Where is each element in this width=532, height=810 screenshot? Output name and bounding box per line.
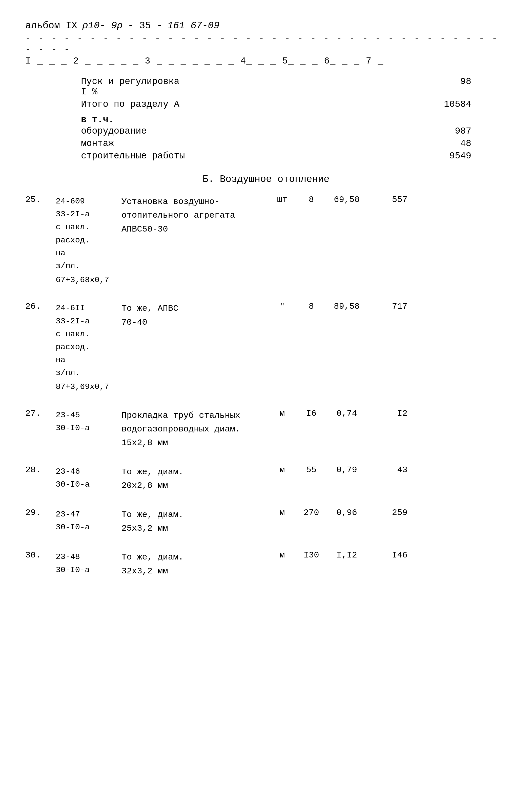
entry-total: 259 [367,508,407,517]
entry-qty: 8 [296,195,326,205]
entries-container: 25.24-60933-2I-ас накл.расход.наз/пл.67+… [25,195,507,578]
pusk-value: 98 [461,77,471,97]
entry-unit: шт [268,195,296,205]
entry-unit: м [268,550,296,560]
entry-price: 0,79 [326,465,367,475]
section-b-title: Б. Воздушное отопление [25,174,507,185]
header-prefix: альбом IX [25,20,77,31]
entry-qty: 55 [296,465,326,475]
oborud-value: 987 [455,126,471,136]
entry-unit: м [268,508,296,517]
entry-desc: Установка воздушно-отопительного агрегат… [122,195,268,236]
entry-code: 24-6II33-2I-ас накл.расход.наз/пл.87+3,6… [56,302,122,393]
entry-code: 23-4530-I0-а [56,409,122,435]
entry-total: 557 [367,195,407,205]
entry-code: 23-4730-I0-а [56,508,122,534]
entry-row-3: 28.23-4630-I0-аТо же, диам.20x2,8 ммм550… [25,465,507,493]
pusk-label: Пуск и регулировка I % [81,77,179,97]
entry-code: 24-60933-2I-ас накл.расход.наз/пл.67+3,6… [56,195,122,287]
entry-code: 23-4630-I0-а [56,465,122,491]
oborud-label: оборудование [81,126,147,136]
entry-price: 0,96 [326,508,367,517]
entry-num: 30. [25,550,56,560]
entry-unit: м [268,465,296,475]
header: альбом IX ρ10- 9ρ - 35 - 161 67-09 [25,20,507,31]
entry-price: I,I2 [326,550,367,560]
montaj-label: монтаж [81,139,114,149]
entry-num: 29. [25,508,56,517]
column-headers: I _ _ _ 2 _ _ _ _ _ 3 _ _ _ _ _ _ _ 4_ _… [25,56,507,66]
entry-total: I46 [367,550,407,560]
entry-num: 28. [25,465,56,475]
entry-row-2: 27.23-4530-I0-аПрокладка труб стальных в… [25,409,507,450]
entry-unit: м [268,409,296,418]
entry-total: 43 [367,465,407,475]
entry-desc: То же, диам.25x3,2 мм [122,508,268,535]
entry-total: I2 [367,409,407,418]
entry-desc: То же, диам.32x3,2 мм [122,550,268,578]
dashed-line: - - - - - - - - - - - - - - - - - - - - … [25,34,507,54]
entry-row-4: 29.23-4730-I0-аТо же, диам.25x3,2 ммм270… [25,508,507,535]
montaj-value: 48 [461,139,471,149]
stroitel-label: строительные работы [81,151,185,161]
entry-row-5: 30.23-4830-I0-аТо же, диам.32x3,2 мммI30… [25,550,507,578]
vtch-label: в т.ч. [81,115,507,125]
entry-qty: I30 [296,550,326,560]
header-code1: ρ10- 9ρ [82,20,123,31]
entry-price: 0,74 [326,409,367,418]
header-code2: 161 67-09 [167,20,220,31]
entry-qty: I6 [296,409,326,418]
entry-desc: То же, АПВС70-40 [122,302,268,329]
entry-unit: " [268,302,296,311]
itogo-value: 10584 [444,99,471,110]
entry-desc: То же, диам.20x2,8 мм [122,465,268,493]
entry-num: 26. [25,302,56,311]
entry-row-1: 26.24-6II33-2I-ас накл.расход.наз/пл.87+… [25,302,507,393]
stroitel-value: 9549 [450,151,471,161]
entry-price: 89,58 [326,302,367,311]
entry-qty: 8 [296,302,326,311]
entry-desc: Прокладка труб стальных водогазопроводны… [122,409,268,450]
header-separator: - 35 - [128,20,162,31]
entry-qty: 270 [296,508,326,517]
entry-row-0: 25.24-60933-2I-ас накл.расход.наз/пл.67+… [25,195,507,287]
entry-code: 23-4830-I0-а [56,550,122,576]
entry-num: 25. [25,195,56,205]
entry-num: 27. [25,409,56,418]
entry-price: 69,58 [326,195,367,205]
itogo-label: Итого по разделу А [81,99,179,110]
entry-total: 717 [367,302,407,311]
